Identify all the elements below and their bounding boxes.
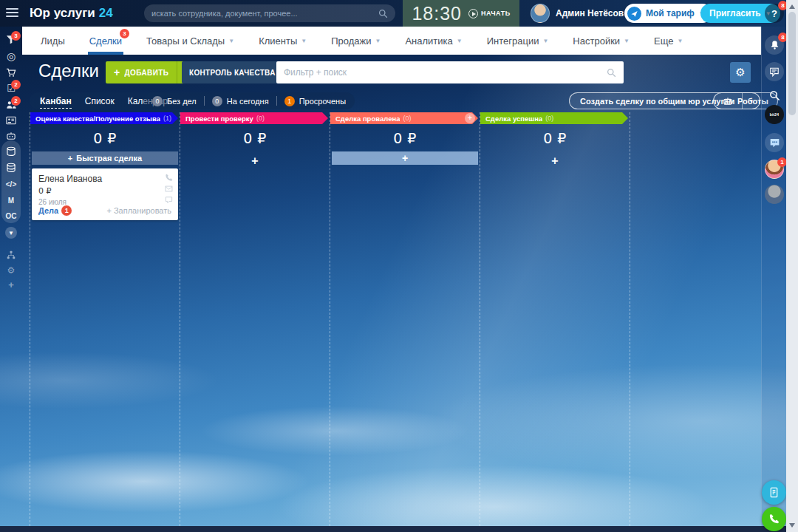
database-icon[interactable] bbox=[0, 145, 22, 158]
kanban-column-check: Провести проверку (0) 0 ₽ + bbox=[180, 112, 330, 526]
main-nav: Лиды Сделки 3 Товары и Склады▼ Клиенты▼ … bbox=[22, 27, 761, 55]
collapse-icon[interactable]: ▼ bbox=[0, 226, 22, 239]
teamwork-icon[interactable]: 2 bbox=[0, 98, 22, 111]
deals-badge: 3 bbox=[120, 29, 129, 38]
phone-icon[interactable] bbox=[165, 174, 173, 182]
global-search-input[interactable] bbox=[151, 9, 378, 18]
chevron-down-icon: ▼ bbox=[228, 38, 234, 44]
bell-icon[interactable]: 8 bbox=[765, 35, 784, 55]
user-avatar bbox=[531, 4, 550, 23]
scroll-down-arrow[interactable] bbox=[789, 523, 795, 528]
group-chat-icon[interactable] bbox=[765, 133, 784, 152]
phone-call-button[interactable] bbox=[762, 507, 786, 531]
chevron-down-icon: ▼ bbox=[624, 38, 630, 44]
column-sum: 0 ₽ bbox=[330, 124, 480, 151]
user-avatar-2[interactable] bbox=[765, 185, 784, 204]
robot-icon[interactable] bbox=[0, 129, 22, 143]
counter-overdue[interactable]: 1Просрочены bbox=[284, 96, 346, 106]
kanban-column-failed: Сделка провалена (0) + 0 ₽ + bbox=[330, 112, 480, 526]
nav-products[interactable]: Товары и Склады▼ bbox=[146, 27, 234, 55]
activity-counters: 0Без дел 0На сегодня 1Просрочены bbox=[143, 92, 355, 109]
tab-list[interactable]: Список bbox=[85, 96, 115, 106]
deal-name: Елена Иванова bbox=[38, 174, 171, 184]
divider bbox=[204, 96, 205, 106]
chevron-down-icon: ▼ bbox=[301, 38, 307, 44]
add-deal-to-column-button[interactable]: + bbox=[182, 154, 328, 168]
clock-time: 18:30 bbox=[412, 3, 462, 24]
current-user-menu[interactable]: Админ Нетёсов ▼ bbox=[531, 4, 635, 23]
logo-number: 24 bbox=[99, 6, 113, 20]
chevron-down-icon: ▼ bbox=[457, 38, 463, 44]
nav-clients[interactable]: Клиенты▼ bbox=[259, 27, 307, 55]
scroll-up-arrow[interactable] bbox=[789, 4, 795, 9]
search-icon bbox=[378, 9, 388, 18]
nav-deals[interactable]: Сделки 3 bbox=[89, 27, 122, 55]
plus-icon: + bbox=[114, 66, 120, 78]
target-icon[interactable]: ◎ bbox=[0, 50, 22, 63]
nav-more[interactable]: Еще▼ bbox=[654, 27, 683, 55]
crm-funnel-icon[interactable]: 3 bbox=[0, 33, 22, 46]
b24-avatar[interactable]: bit24 bbox=[765, 105, 784, 124]
nav-analytics[interactable]: Аналитика▼ bbox=[405, 27, 462, 55]
add-icon[interactable]: + bbox=[0, 278, 22, 291]
page-scrollbar[interactable] bbox=[786, 0, 798, 532]
scrollbar-thumb[interactable] bbox=[788, 12, 796, 115]
help-button[interactable]: ? 8 bbox=[765, 4, 784, 23]
play-icon bbox=[468, 9, 478, 18]
marketplace-icon[interactable]: M bbox=[0, 194, 22, 207]
deal-activities-link[interactable]: Дела1 bbox=[38, 205, 72, 216]
tab-kanban[interactable]: Канбан bbox=[40, 96, 72, 106]
contacts-icon[interactable] bbox=[0, 114, 22, 127]
document-cloud-button[interactable] bbox=[762, 480, 786, 505]
cart-icon[interactable] bbox=[0, 66, 22, 79]
filter-search[interactable] bbox=[276, 61, 624, 83]
code-icon[interactable]: </> bbox=[0, 177, 22, 191]
global-search[interactable] bbox=[144, 4, 395, 22]
comment-icon[interactable] bbox=[165, 196, 173, 204]
add-stage-icon[interactable]: + bbox=[465, 113, 475, 123]
sitemap-icon[interactable] bbox=[0, 248, 22, 262]
mail-icon[interactable] bbox=[165, 185, 173, 193]
search-icon[interactable] bbox=[765, 86, 784, 105]
column-header[interactable]: Сделка провалена (0) + bbox=[330, 112, 478, 124]
nav-sales[interactable]: Продажи▼ bbox=[331, 27, 381, 55]
storage-icon[interactable] bbox=[0, 161, 22, 174]
column-header[interactable]: Оценка качества/Получение отзыва (1) bbox=[30, 112, 178, 124]
settings-icon[interactable]: ⚙ bbox=[0, 264, 22, 277]
nav-leads[interactable]: Лиды bbox=[41, 27, 65, 55]
divider bbox=[276, 96, 277, 106]
robot-icon bbox=[723, 97, 733, 106]
filter-search-input[interactable] bbox=[284, 67, 607, 78]
deal-card[interactable]: Елена Иванова 0 ₽ 26 июля Дела1 + Заплан… bbox=[32, 168, 178, 220]
chevron-down-icon: ▼ bbox=[375, 38, 381, 44]
oc-icon[interactable]: OC bbox=[0, 209, 22, 222]
kanban-column-quality: Оценка качества/Получение отзыва (1) 0 ₽… bbox=[30, 112, 180, 526]
tariff-button[interactable]: Мой тариф ▼ bbox=[624, 4, 712, 23]
board-settings-button[interactable]: ⚙ bbox=[730, 62, 751, 83]
add-deal-button[interactable]: +ДОБАВИТЬ ▼ bbox=[106, 61, 191, 83]
bottom-edge bbox=[0, 526, 786, 532]
column-sum: 0 ₽ bbox=[30, 124, 180, 151]
add-deal-to-column-button[interactable]: + bbox=[332, 151, 478, 165]
counter-today[interactable]: 0На сегодня bbox=[212, 96, 269, 106]
app-logo[interactable]: Юр услуги24 bbox=[30, 0, 113, 27]
quick-deal-button[interactable]: +Быстрая сделка bbox=[32, 151, 178, 165]
workday-clock[interactable]: 18:30 НАЧАТЬ bbox=[403, 0, 519, 27]
plan-activity-link[interactable]: + Запланировать bbox=[106, 206, 171, 215]
column-sum: 0 ₽ bbox=[480, 124, 630, 151]
counter-no-activity[interactable]: 0Без дел bbox=[152, 96, 197, 106]
hamburger-menu-icon[interactable] bbox=[6, 8, 18, 18]
user-avatar[interactable]: 1 bbox=[765, 160, 784, 179]
plus-icon: + bbox=[68, 154, 72, 163]
kanban-board: Оценка качества/Получение отзыва (1) 0 ₽… bbox=[30, 112, 630, 526]
start-workday-button[interactable]: НАЧАТЬ bbox=[468, 9, 511, 18]
chevron-down-icon: ▼ bbox=[542, 38, 548, 44]
tasks-icon[interactable]: ☑ 2 bbox=[0, 81, 22, 95]
user-name: Админ Нетёсов bbox=[556, 8, 624, 18]
nav-integrations[interactable]: Интеграции▼ bbox=[487, 27, 549, 55]
nav-settings[interactable]: Настройки▼ bbox=[573, 27, 630, 55]
column-header[interactable]: Сделка успешна (0) bbox=[480, 112, 628, 124]
column-header[interactable]: Провести проверку (0) bbox=[180, 112, 328, 124]
messenger-icon[interactable] bbox=[765, 62, 784, 81]
add-deal-to-column-button[interactable]: + bbox=[482, 154, 628, 168]
